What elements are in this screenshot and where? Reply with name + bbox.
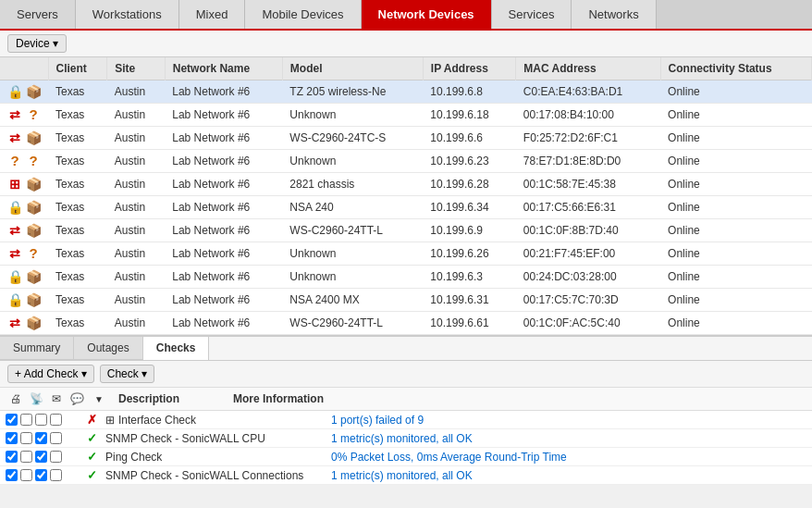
network-cell[interactable]: Lab Network #6: [165, 312, 282, 335]
check-checkbox[interactable]: [35, 432, 47, 444]
tab-mixed[interactable]: Mixed: [179, 0, 246, 29]
check-row[interactable]: ✓SNMP Check - SonicWALL CPU1 metric(s) m…: [0, 429, 812, 448]
network-cell[interactable]: Lab Network #6: [165, 81, 282, 104]
client-cell[interactable]: Texas: [48, 173, 107, 196]
client-cell[interactable]: Texas: [48, 219, 107, 242]
site-cell[interactable]: Austin: [107, 81, 166, 104]
tab-workstations[interactable]: Workstations: [76, 0, 179, 29]
check-checkbox[interactable]: [6, 469, 18, 481]
check-checkbox[interactable]: [50, 451, 62, 463]
tab-servers[interactable]: Servers: [0, 0, 76, 29]
model-cell[interactable]: Unknown: [282, 266, 423, 289]
model-cell[interactable]: WS-C2960-24TT-L: [282, 219, 423, 242]
site-cell[interactable]: Austin: [107, 312, 166, 335]
network-cell[interactable]: Lab Network #6: [165, 104, 282, 127]
check-row[interactable]: ✗⊞Interface Check1 port(s) failed of 9: [0, 411, 812, 429]
table-row[interactable]: ⊞📦TexasAustinLab Network #62821 chassis1…: [0, 173, 812, 196]
network-cell[interactable]: Lab Network #6: [165, 266, 282, 289]
chat-icon[interactable]: 💬: [68, 390, 85, 407]
tab-networks[interactable]: Networks: [572, 0, 656, 29]
client-cell[interactable]: Texas: [48, 312, 107, 335]
check-checkbox[interactable]: [20, 414, 32, 426]
check-checkbox[interactable]: [35, 451, 47, 463]
check-info-link[interactable]: 0% Packet Loss, 0ms Average Round-Trip T…: [331, 451, 567, 464]
site-cell[interactable]: Austin: [107, 289, 166, 312]
table-row[interactable]: ⇄📦TexasAustinLab Network #6WS-C2960-24TT…: [0, 312, 812, 335]
check-more-info[interactable]: 1 metric(s) monitored, all OK: [322, 432, 812, 445]
tab-mobile-devices[interactable]: Mobile Devices: [245, 0, 361, 29]
tab-services[interactable]: Services: [492, 0, 572, 29]
model-cell[interactable]: WS-C2960-24TT-L: [282, 312, 423, 335]
table-row[interactable]: 🔒📦TexasAustinLab Network #6Unknown10.199…: [0, 266, 812, 289]
client-cell[interactable]: Texas: [48, 127, 107, 150]
check-info-link[interactable]: 1 metric(s) monitored, all OK: [331, 469, 473, 482]
site-cell[interactable]: Austin: [107, 266, 166, 289]
model-cell[interactable]: NSA 240: [282, 196, 423, 219]
network-cell[interactable]: Lab Network #6: [165, 196, 282, 219]
model-cell[interactable]: NSA 2400 MX: [282, 289, 423, 312]
table-row[interactable]: 🔒📦TexasAustinLab Network #6NSA 24010.199…: [0, 196, 812, 219]
check-row[interactable]: ✓SNMP Check - SonicWALL Connections1 met…: [0, 466, 812, 485]
check-info-link[interactable]: 1 port(s) failed of 9: [331, 414, 424, 427]
check-checkbox[interactable]: [50, 414, 62, 426]
table-row[interactable]: ⇄?TexasAustinLab Network #6Unknown10.199…: [0, 104, 812, 127]
check-row[interactable]: ✓Ping Check0% Packet Loss, 0ms Average R…: [0, 448, 812, 466]
check-checkbox[interactable]: [20, 432, 32, 444]
network-cell[interactable]: Lab Network #6: [165, 242, 282, 266]
network-cell[interactable]: Lab Network #6: [165, 219, 282, 242]
check-more-info[interactable]: 1 port(s) failed of 9: [322, 414, 812, 427]
network-cell[interactable]: Lab Network #6: [165, 173, 282, 196]
printer-icon[interactable]: 🖨: [7, 390, 24, 407]
table-row[interactable]: ⇄📦TexasAustinLab Network #6WS-C2960-24TC…: [0, 127, 812, 150]
signal-icon[interactable]: 📡: [28, 390, 44, 407]
model-cell[interactable]: Unknown: [282, 150, 423, 173]
site-cell[interactable]: Austin: [107, 104, 166, 127]
client-cell[interactable]: Texas: [48, 81, 107, 104]
check-checkbox[interactable]: [20, 469, 32, 481]
model-cell[interactable]: Unknown: [282, 242, 423, 266]
network-cell[interactable]: Lab Network #6: [165, 127, 282, 150]
check-checkbox[interactable]: [6, 414, 18, 426]
model-cell[interactable]: WS-C2960-24TC-S: [282, 127, 423, 150]
client-cell[interactable]: Texas: [48, 266, 107, 289]
check-checkbox[interactable]: [6, 432, 18, 444]
table-row[interactable]: ⇄?TexasAustinLab Network #6Unknown10.199…: [0, 242, 812, 266]
network-cell[interactable]: Lab Network #6: [165, 289, 282, 312]
client-cell[interactable]: Texas: [48, 289, 107, 312]
site-cell[interactable]: Austin: [107, 127, 166, 150]
client-cell[interactable]: Texas: [48, 150, 107, 173]
site-cell[interactable]: Austin: [107, 150, 166, 173]
client-cell[interactable]: Texas: [48, 242, 107, 266]
check-checkbox[interactable]: [20, 451, 32, 463]
table-row[interactable]: ??TexasAustinLab Network #6Unknown10.199…: [0, 150, 812, 173]
check-checkbox[interactable]: [35, 414, 47, 426]
check-more-info[interactable]: 0% Packet Loss, 0ms Average Round-Trip T…: [322, 451, 812, 464]
model-cell[interactable]: 2821 chassis: [282, 173, 423, 196]
check-checkbox[interactable]: [50, 469, 62, 481]
add-check-button[interactable]: + Add Check ▾: [7, 365, 94, 383]
check-button[interactable]: Check ▾: [100, 365, 154, 383]
tab-network-devices[interactable]: Network Devices: [362, 0, 492, 29]
check-checkbox[interactable]: [50, 432, 62, 444]
client-cell[interactable]: Texas: [48, 104, 107, 127]
site-cell[interactable]: Austin: [107, 173, 166, 196]
table-row[interactable]: 🔒📦TexasAustinLab Network #6NSA 2400 MX10…: [0, 289, 812, 312]
model-cell[interactable]: Unknown: [282, 104, 423, 127]
table-row[interactable]: 🔒📦TexasAustinLab Network #6TZ 205 wirele…: [0, 81, 812, 104]
tab-outages[interactable]: Outages: [74, 337, 142, 360]
tab-summary[interactable]: Summary: [0, 337, 74, 360]
tab-checks[interactable]: Checks: [143, 337, 210, 360]
check-info-link[interactable]: 1 metric(s) monitored, all OK: [331, 432, 473, 445]
sort-icon[interactable]: ▼: [92, 390, 105, 407]
check-checkbox[interactable]: [6, 451, 18, 463]
client-cell[interactable]: Texas: [48, 196, 107, 219]
check-more-info[interactable]: 1 metric(s) monitored, all OK: [322, 469, 812, 482]
network-cell[interactable]: Lab Network #6: [165, 150, 282, 173]
model-cell[interactable]: TZ 205 wireless-Ne: [282, 81, 423, 104]
check-checkbox[interactable]: [35, 469, 47, 481]
site-cell[interactable]: Austin: [107, 219, 166, 242]
table-row[interactable]: ⇄📦TexasAustinLab Network #6WS-C2960-24TT…: [0, 219, 812, 242]
device-dropdown-button[interactable]: Device ▾: [7, 34, 67, 53]
email-icon[interactable]: ✉: [48, 390, 65, 407]
site-cell[interactable]: Austin: [107, 196, 166, 219]
